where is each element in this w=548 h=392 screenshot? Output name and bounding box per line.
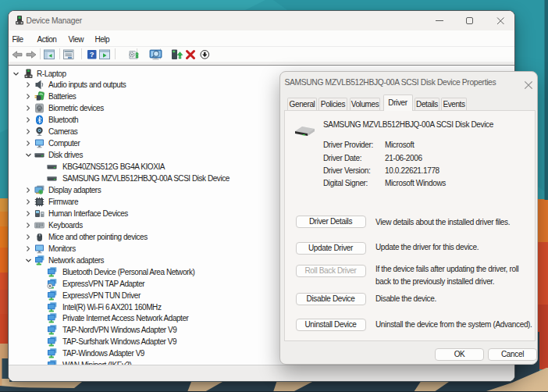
svg-text:?: ? [90,50,94,59]
